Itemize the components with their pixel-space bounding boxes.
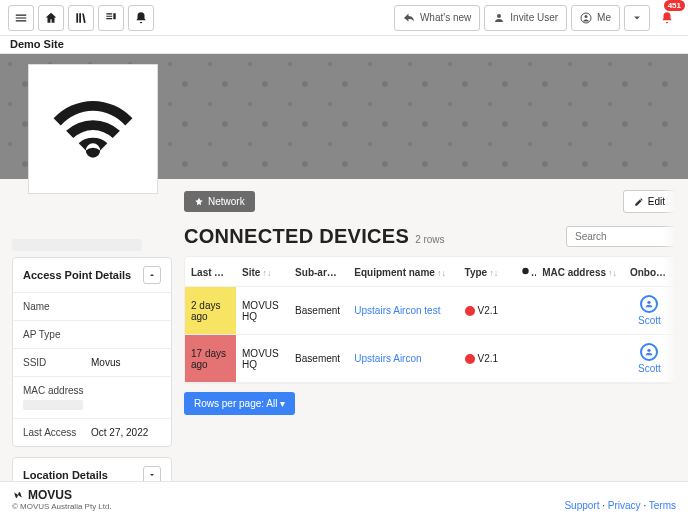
alerts-badge: 451 <box>664 0 685 11</box>
whats-new-label: What's new <box>420 12 471 23</box>
privacy-link[interactable]: Privacy <box>608 500 641 511</box>
alerts-button[interactable]: 451 <box>654 5 680 31</box>
cell-site: MOVUS HQ <box>236 335 289 383</box>
cell-type: V2.1 <box>459 287 514 335</box>
copyright: © MOVUS Australia Pty Ltd. <box>12 502 112 511</box>
me-label: Me <box>597 12 611 23</box>
row-count: 2 rows <box>415 234 444 245</box>
brand-icon <box>12 489 24 501</box>
sort-icon: ↑↓ <box>437 268 446 278</box>
cell-type: V2.1 <box>459 335 514 383</box>
me-dropdown[interactable] <box>624 5 650 31</box>
invite-user-label: Invite User <box>510 12 558 23</box>
ap-type-label: AP Type <box>23 329 91 340</box>
page-title: CONNECTED DEVICES <box>184 225 409 247</box>
svg-point-1 <box>585 15 588 18</box>
footer-links: Support · Privacy · Terms <box>564 500 676 511</box>
search-input[interactable] <box>566 226 676 247</box>
ap-mac-redacted <box>23 400 83 410</box>
access-point-panel: Access Point Details Name AP Type SSIDMo… <box>12 257 172 447</box>
breadcrumb-placeholder <box>12 239 142 251</box>
brand-logo: MOVUS <box>12 488 112 502</box>
feed-button[interactable] <box>98 5 124 31</box>
table-header-row: Last Access↑↓ Site↑↓ Sub-area↑↓ Equipmen… <box>185 257 675 287</box>
ap-last-access-label: Last Access <box>23 427 91 438</box>
cell-subarea: Basement <box>289 287 348 335</box>
ap-mac-label: MAC address <box>23 385 91 396</box>
ap-name-label: Name <box>23 301 91 312</box>
col-type[interactable]: Type↑↓ <box>459 257 514 287</box>
cell-equipment: Upstairs Aircon test <box>348 287 458 335</box>
cell-alarm <box>514 287 536 335</box>
sort-icon: ↑↓ <box>340 268 348 278</box>
onboarded-link[interactable]: Scott <box>638 315 661 326</box>
svg-point-4 <box>648 349 651 352</box>
sort-icon: ↑↓ <box>608 268 617 278</box>
tab-network-label: Network <box>208 196 245 207</box>
table-row[interactable]: 17 days ago MOVUS HQ Basement Upstairs A… <box>185 335 675 383</box>
col-last-access[interactable]: Last Access↑↓ <box>185 257 236 287</box>
col-subarea[interactable]: Sub-area↑↓ <box>289 257 348 287</box>
me-button[interactable]: Me <box>571 5 620 31</box>
site-logo <box>28 64 158 194</box>
cell-onboarded: Scott <box>624 335 675 383</box>
sort-icon: ↑↓ <box>489 268 498 278</box>
col-mac[interactable]: MAC address↑↓ <box>536 257 624 287</box>
edit-label: Edit <box>648 196 665 207</box>
sort-icon: ↑↓ <box>262 268 271 278</box>
wifi-icon <box>50 86 136 172</box>
devices-table: Last Access↑↓ Site↑↓ Sub-area↑↓ Equipmen… <box>184 256 676 384</box>
avatar-icon <box>640 343 658 361</box>
ap-panel-toggle[interactable] <box>143 266 161 284</box>
cell-site: MOVUS HQ <box>236 287 289 335</box>
notifications-button[interactable] <box>128 5 154 31</box>
library-button[interactable] <box>68 5 94 31</box>
tab-network[interactable]: Network <box>184 191 255 212</box>
home-button[interactable] <box>38 5 64 31</box>
avatar-icon <box>640 295 658 313</box>
svg-point-3 <box>648 301 651 304</box>
cell-mac <box>536 287 624 335</box>
menu-button[interactable] <box>8 5 34 31</box>
col-equipment[interactable]: Equipment name↑↓ <box>348 257 458 287</box>
status-dot <box>465 354 475 364</box>
ap-ssid-value: Movus <box>91 357 120 368</box>
status-dot <box>465 306 475 316</box>
cell-subarea: Basement <box>289 335 348 383</box>
loc-panel-title: Location Details <box>23 469 108 481</box>
alarm-icon <box>520 265 531 276</box>
cell-onboarded: Scott <box>624 287 675 335</box>
col-site[interactable]: Site↑↓ <box>236 257 289 287</box>
edit-button[interactable]: Edit <box>623 190 676 213</box>
col-onboarded[interactable]: Onboarded by↑↓ <box>624 257 675 287</box>
equipment-link[interactable]: Upstairs Aircon <box>354 353 421 364</box>
ap-ssid-label: SSID <box>23 357 91 368</box>
cell-last-access: 2 days ago <box>185 287 236 335</box>
rows-per-page-button[interactable]: Rows per page: All ▾ <box>184 392 295 415</box>
cell-equipment: Upstairs Aircon <box>348 335 458 383</box>
table-row[interactable]: 2 days ago MOVUS HQ Basement Upstairs Ai… <box>185 287 675 335</box>
footer: MOVUS © MOVUS Australia Pty Ltd. Support… <box>0 481 688 517</box>
invite-user-button[interactable]: Invite User <box>484 5 567 31</box>
cell-alarm <box>514 335 536 383</box>
site-name: Demo Site <box>0 36 688 54</box>
col-alarm[interactable] <box>514 257 536 287</box>
cell-mac <box>536 335 624 383</box>
onboarded-link[interactable]: Scott <box>638 363 661 374</box>
ap-last-access-value: Oct 27, 2022 <box>91 427 148 438</box>
banner <box>0 54 688 179</box>
ap-panel-title: Access Point Details <box>23 269 131 281</box>
whats-new-button[interactable]: What's new <box>394 5 480 31</box>
terms-link[interactable]: Terms <box>649 500 676 511</box>
equipment-link[interactable]: Upstairs Aircon test <box>354 305 440 316</box>
cell-last-access: 17 days ago <box>185 335 236 383</box>
support-link[interactable]: Support <box>564 500 599 511</box>
